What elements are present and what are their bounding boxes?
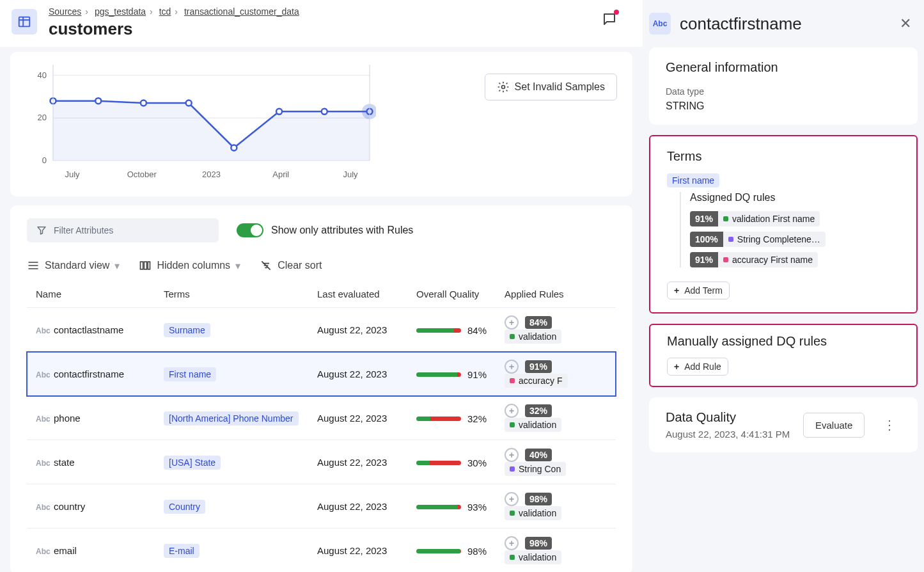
add-rule-button[interactable]: +Add Rule (667, 358, 728, 376)
svg-text:40: 40 (38, 70, 47, 80)
list-icon (27, 259, 40, 272)
overall-quality: 91% (416, 369, 487, 380)
last-evaluated: August 22, 2023 (308, 484, 407, 528)
crumb-3[interactable]: transactional_customer_data (184, 6, 299, 17)
panel-title: contactfirstname (680, 14, 802, 34)
crumb-1[interactable]: pgs_testdata (95, 6, 146, 17)
filter-attributes-input[interactable]: Filter Attributes (27, 218, 219, 242)
topbar: Sources› pgs_testdata› tcd› transactiona… (0, 0, 643, 47)
comments-icon[interactable] (602, 12, 617, 29)
last-evaluated: August 22, 2023 (308, 396, 407, 440)
last-evaluated: August 22, 2023 (308, 440, 407, 484)
datatype-value: STRING (666, 100, 901, 112)
general-heading: General information (666, 60, 901, 75)
dq-timestamp: August 22, 2023, 4:41:31 PM (666, 429, 790, 440)
table-row[interactable]: Abcphone[North America] Phone NumberAugu… (27, 396, 616, 440)
term-chip[interactable]: E-mail (164, 544, 200, 558)
svg-text:20: 20 (38, 113, 47, 122)
overall-quality: 30% (416, 457, 487, 468)
svg-rect-25 (145, 262, 147, 269)
rules-only-toggle[interactable] (237, 223, 263, 237)
terms-heading: Terms (667, 149, 900, 164)
type-icon: Abc (36, 415, 54, 424)
svg-point-23 (501, 86, 505, 89)
svg-text:April: April (272, 170, 289, 179)
col-applied[interactable]: Applied Rules (496, 281, 616, 308)
term-chip[interactable]: [USA] State (164, 456, 221, 470)
assigned-rule[interactable]: 100%String Completene… (690, 232, 900, 247)
manual-heading: Manually assigned DQ rules (667, 334, 900, 349)
col-name[interactable]: Name (27, 281, 155, 308)
rule-pct: 91% (525, 360, 552, 373)
svg-point-13 (322, 109, 327, 115)
term-chip[interactable]: First name (164, 367, 216, 381)
attr-name: country (54, 501, 85, 512)
attr-name: state (54, 457, 75, 468)
chart-card: 02040JulyOctober2023AprilJuly Set Invali… (10, 52, 632, 196)
manual-rules-card: Manually assigned DQ rules +Add Rule (649, 324, 918, 387)
table-row[interactable]: AbcemailE-mailAugust 22, 202398%+98% val… (27, 528, 616, 573)
set-invalid-samples-button[interactable]: Set Invalid Samples (485, 74, 617, 100)
term-chip[interactable]: First name (667, 173, 719, 187)
crumb-2[interactable]: tcd (159, 6, 171, 17)
last-evaluated: August 22, 2023 (308, 308, 407, 352)
svg-text:July: July (343, 170, 358, 179)
columns-icon (139, 259, 152, 272)
svg-text:2023: 2023 (202, 170, 221, 179)
attr-name: contactlastname (54, 324, 123, 335)
overall-quality: 84% (416, 325, 487, 336)
last-evaluated: August 22, 2023 (308, 352, 407, 396)
add-rule-icon[interactable]: + (505, 536, 519, 550)
assigned-rule[interactable]: 91%validation First name (690, 211, 900, 226)
col-terms[interactable]: Terms (155, 281, 308, 308)
table-row[interactable]: AbccontactlastnameSurnameAugust 22, 2023… (27, 308, 616, 352)
table-row[interactable]: AbccountryCountryAugust 22, 202393%+98% … (27, 484, 616, 528)
type-icon: Abc (36, 503, 54, 512)
crumb-0[interactable]: Sources (49, 6, 81, 17)
page-title: customers (49, 19, 299, 39)
rule-pct: 98% (525, 537, 552, 550)
svg-text:0: 0 (42, 155, 47, 165)
add-term-button[interactable]: +Add Term (667, 282, 730, 299)
attr-name: email (54, 545, 77, 556)
type-icon: Abc (649, 13, 671, 35)
svg-point-9 (141, 100, 146, 106)
type-icon: Abc (36, 459, 54, 468)
svg-text:October: October (127, 170, 157, 179)
svg-point-11 (231, 145, 237, 151)
term-chip[interactable]: Country (164, 500, 205, 514)
attr-name: phone (54, 413, 81, 424)
last-evaluated: August 22, 2023 (308, 528, 407, 573)
terms-card: Terms First name Assigned DQ rules 91%va… (649, 135, 918, 314)
chevron-down-icon: ▾ (235, 260, 240, 272)
standard-view-dropdown[interactable]: Standard view ▾ (27, 259, 120, 272)
kebab-menu[interactable]: ⋮ (878, 417, 901, 433)
hidden-columns-dropdown[interactable]: Hidden columns ▾ (139, 259, 240, 272)
rule-label: validation (505, 330, 561, 344)
add-rule-icon[interactable]: + (505, 492, 519, 506)
assigned-rule[interactable]: 91%accuracy First name (690, 252, 900, 267)
add-rule-icon[interactable]: + (505, 448, 519, 462)
table-row[interactable]: AbccontactfirstnameFirst nameAugust 22, … (27, 352, 616, 396)
data-quality-card: Data Quality August 22, 2023, 4:41:31 PM… (649, 397, 918, 452)
table-icon (12, 9, 37, 35)
svg-point-8 (95, 98, 101, 104)
type-icon: Abc (36, 326, 54, 335)
chevron-down-icon: ▾ (114, 260, 120, 272)
add-rule-icon[interactable]: + (505, 404, 519, 418)
overall-quality: 93% (416, 502, 487, 512)
close-button[interactable]: ✕ (893, 13, 918, 35)
table-row[interactable]: Abcstate[USA] StateAugust 22, 202330%+40… (27, 440, 616, 484)
rules-only-label: Show only attributes with Rules (271, 225, 413, 236)
evaluate-button[interactable]: Evaluate (803, 413, 865, 438)
term-chip[interactable]: Surname (164, 323, 210, 337)
clear-sort-button[interactable]: Clear sort (260, 259, 322, 272)
col-last[interactable]: Last evaluated (308, 281, 407, 308)
rule-label: String Con (505, 462, 566, 476)
term-chip[interactable]: [North America] Phone Number (164, 411, 299, 425)
clear-sort-icon (260, 259, 272, 272)
col-overall[interactable]: Overall Quality (407, 281, 496, 308)
svg-rect-24 (141, 262, 143, 269)
add-rule-icon[interactable]: + (505, 360, 519, 374)
add-rule-icon[interactable]: + (505, 315, 519, 330)
